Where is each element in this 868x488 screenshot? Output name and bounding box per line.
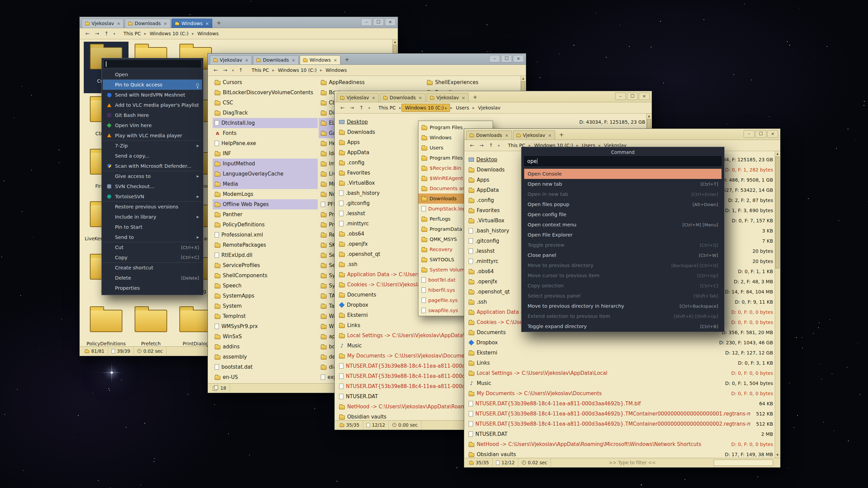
file-row[interactable]: BitLockerDiscoveryVolumeContents [213,87,318,98]
grid-item[interactable]: PolicyDefinitions [84,304,129,346]
tab-close-icon[interactable]: × [418,95,422,100]
maximize-button[interactable]: ☐ [627,93,638,100]
file-row[interactable]: WinSxS [213,331,318,342]
file-row[interactable]: en-US [213,372,318,382]
file-row[interactable]: DiagTrack [213,108,318,118]
menu-item[interactable]: SVN Checkout... [103,181,202,191]
tab-close-icon[interactable]: × [292,58,295,63]
titlebar[interactable]: Vjekoslav×Downloads×Vjekoslav×+ – ☐ × [335,91,652,102]
file-row[interactable]: EksterniD: 12, F: 127, 12 GB [465,348,773,358]
file-row[interactable]: assembly [213,352,318,362]
minimize-button[interactable]: – [361,18,372,26]
menu-item[interactable]: Restore previous versions [103,202,202,212]
breadcrumb-item[interactable]: Users [453,104,472,111]
history-dropdown-icon[interactable]: ▾ [230,66,236,74]
menu-item[interactable]: Git Bash Here [103,110,202,120]
status-filter-input[interactable] [714,460,773,466]
file-row[interactable]: My Documents -> C:\Users\Vjekoslav\Docum… [465,388,773,399]
tab-downloads[interactable]: Downloads× [125,19,171,28]
file-row[interactable]: Speech [213,281,318,291]
palette-item[interactable]: Select previous panel[Shift+Tab] [524,291,722,301]
titlebar[interactable]: Downloads×Vjekoslav×+ – ☐ × [464,129,780,140]
tab-close-icon[interactable]: × [372,95,375,100]
file-row[interactable]: bootstat.dat [213,362,318,372]
tab-windows[interactable]: Windows× [172,19,212,28]
file-row[interactable]: PolicyDefinitions [213,220,318,230]
minimize-button[interactable]: – [744,130,754,138]
file-row[interactable]: Obsidian vaultsD: 17, F: 149, 38 MB [465,449,773,458]
menu-item[interactable]: Send a copy... [103,151,202,161]
tab-close-icon[interactable]: × [245,58,249,63]
menu-item[interactable]: 7-Zip▶ [103,141,202,151]
palette-item[interactable]: Move to previous directory in hierarchy[… [524,301,722,311]
file-row[interactable]: Professional.xml [213,230,318,240]
file-row[interactable]: Panther [213,209,318,220]
breadcrumb-item[interactable]: Windows 10 (C:) [146,30,192,37]
palette-item[interactable]: Toggle expand directory[Ctrl+B] [524,321,722,331]
maximize-button[interactable]: ☐ [373,18,384,26]
file-row[interactable]: RemotePackages [213,240,318,250]
file-row[interactable]: addins [213,342,318,352]
file-row[interactable]: DtcInstall.log [213,118,318,128]
close-button[interactable]: × [385,18,396,26]
palette-item[interactable]: Open in new tab[Ctrl+Enter] [524,189,722,199]
palette-item[interactable]: Move to previous directory[Backspace] [C… [524,260,722,270]
file-row[interactable]: ModemLogs [213,189,318,199]
history-dropdown-icon[interactable]: ▾ [496,141,501,149]
up-button[interactable]: ↑ [357,104,366,112]
breadcrumb-item[interactable]: Windows 10 (C:) [275,66,320,74]
tab-close-icon[interactable]: × [461,95,465,100]
file-row[interactable]: HelpPane.exe [213,138,318,148]
tab-downloads[interactable]: Downloads× [380,93,426,102]
file-row[interactable]: ServiceProfiles [213,260,318,270]
file-row[interactable]: ♪MusicD: 0, F: 1, 504 bytes [465,378,773,388]
forward-button[interactable]: → [93,29,101,38]
menu-item[interactable]: Create shortcut [103,263,202,273]
grid-item[interactable]: Prefetch [129,304,173,346]
back-button[interactable]: ← [338,104,347,112]
minimize-button[interactable]: – [489,55,500,62]
scroll-up-icon[interactable]: ▲ [393,40,397,44]
up-button[interactable]: ↑ [487,141,495,149]
maximize-button[interactable]: ☐ [755,130,766,138]
tab-close-icon[interactable]: × [334,58,337,63]
forward-button[interactable]: → [348,104,356,112]
scroll-up-icon[interactable]: ▲ [521,76,526,81]
menu-item[interactable]: Open [103,69,202,80]
tab-vjekoslav[interactable]: Vjekoslav× [427,93,469,102]
scroll-up-icon[interactable]: ▲ [647,114,651,119]
file-row[interactable]: System [213,301,318,311]
tab-vjekoslav[interactable]: Vjekoslav× [513,130,555,140]
tab-vjekoslav[interactable]: Vjekoslav× [210,55,252,64]
menu-item[interactable]: Send with NordVPN Meshnet [103,90,202,100]
menu-filter-input[interactable] [103,60,201,68]
close-button[interactable]: × [767,130,778,138]
menu-item[interactable]: Properties [103,283,202,293]
file-row[interactable]: ShellComponents [213,270,318,281]
file-row[interactable]: ShellExperiences [425,77,526,87]
file-row[interactable]: NTUSER.DAT2 MB [465,429,773,439]
tab-close-icon[interactable]: × [117,21,120,26]
titlebar[interactable]: Vjekoslav×Downloads×Windows×+ – ☐ × [80,17,398,28]
menu-item[interactable]: TortoiseSVN▶ [103,191,202,202]
tab-close-icon[interactable]: × [205,21,209,26]
maximize-button[interactable]: ☐ [501,55,512,62]
titlebar[interactable]: Vjekoslav×Downloads×Windows×+ – ☐ × [208,54,526,65]
scrollbar[interactable]: ▲ ▼ [775,151,780,458]
palette-item[interactable]: Open File Explorer [524,230,722,240]
menu-item[interactable]: Add to VLC media player's Playlist [103,100,202,110]
file-row[interactable]: TempInst [213,311,318,321]
palette-item[interactable]: Open Console [524,169,722,179]
breadcrumb-item[interactable]: Windows [194,30,222,37]
new-tab-button[interactable]: + [471,94,479,101]
file-row[interactable]: NetHood -> C:\Users\Vjekoslav\AppData\Ro… [465,439,773,449]
breadcrumb-item[interactable]: This PC [120,30,144,37]
palette-item[interactable]: Copy selection[Ctrl+C] [524,281,722,291]
tab-close-icon[interactable]: × [163,21,167,26]
menu-item[interactable]: Give access to▶ [103,171,202,181]
file-row[interactable]: DropboxD: 230, F: 1043, 46 GB [465,338,773,348]
file-row[interactable]: Media [213,179,318,189]
file-row[interactable]: Local Settings -> C:\Users\Vjekoslav\App… [465,368,773,378]
back-button[interactable]: ← [83,29,92,38]
palette-item[interactable]: Extend selection to previous item[Shift+… [524,311,722,321]
